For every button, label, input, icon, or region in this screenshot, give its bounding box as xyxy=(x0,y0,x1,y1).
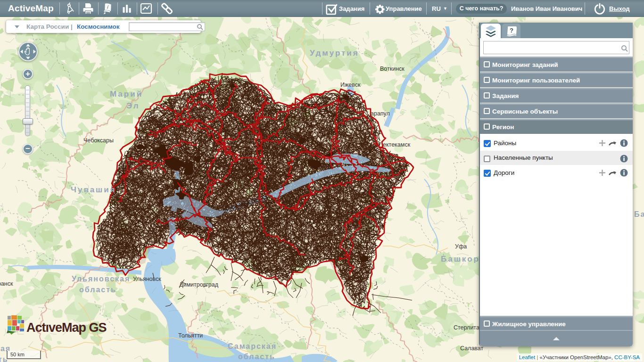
svg-text:область: область xyxy=(238,353,275,361)
svg-text:область: область xyxy=(79,286,116,294)
svg-text:Воткинск: Воткинск xyxy=(380,66,405,72)
svg-text:?: ? xyxy=(510,27,513,34)
svg-text:Ульяновск: Ульяновск xyxy=(133,276,161,282)
svg-text:Удмуртия: Удмуртия xyxy=(310,49,359,58)
svg-text:Самарская: Самарская xyxy=(228,342,277,350)
svg-text:Тольятти: Тольятти xyxy=(178,332,203,339)
svg-text:Димитровград: Димитровград xyxy=(179,281,219,288)
svg-text:Эл: Эл xyxy=(126,101,140,110)
svg-text:аранск: аранск xyxy=(0,280,13,287)
svg-text:Уфа: Уфа xyxy=(455,243,467,250)
svg-text:Ижевск: Ижевск xyxy=(340,82,361,88)
svg-text:Ба: Ба xyxy=(634,210,644,218)
svg-text:Ульяновская: Ульяновская xyxy=(72,275,130,283)
svg-text:Марий: Марий xyxy=(110,90,143,99)
svg-text:ектекамск: ектекамск xyxy=(383,141,411,148)
svg-text:Башкорт: Башкорт xyxy=(441,255,485,263)
svg-text:арапул: арапул xyxy=(371,110,390,117)
svg-text:Чебоксары: Чебоксары xyxy=(83,137,114,144)
svg-text:Чувашия: Чувашия xyxy=(71,185,116,194)
